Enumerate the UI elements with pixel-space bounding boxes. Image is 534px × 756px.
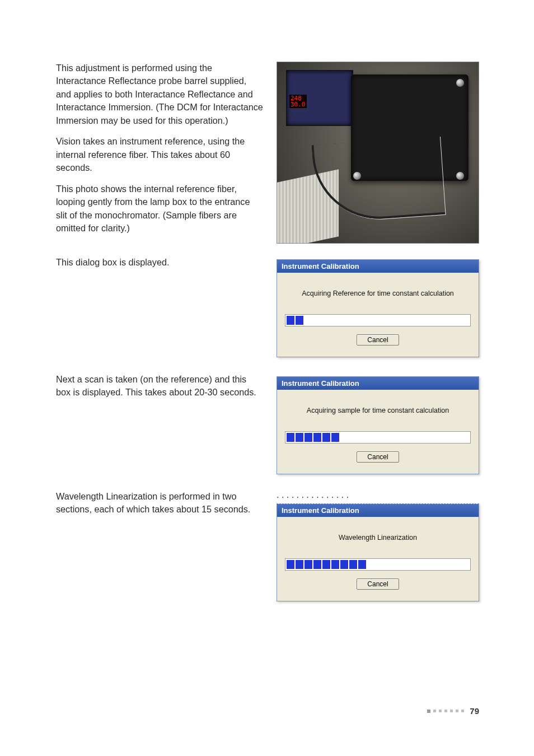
progress-segment (313, 560, 321, 569)
progress-segment (296, 560, 303, 569)
progress-segment (305, 433, 312, 442)
dialog-body: Acquiring sample for time constant calcu… (277, 390, 479, 474)
text-column: Next a scan is taken (on the reference) … (56, 373, 263, 399)
document-page: This adjustment is performed using the I… (0, 0, 534, 756)
row-dialog-1: This dialog box is displayed. Instrument… (56, 256, 479, 357)
text-column: This dialog box is displayed. (56, 256, 263, 269)
dialog-button-row: Cancel (285, 578, 471, 595)
progress-bar (285, 314, 471, 326)
page-footer: 79 (427, 706, 479, 716)
progress-segment (358, 560, 366, 569)
cancel-button[interactable]: Cancel (357, 451, 399, 463)
intro-text-column: This adjustment is performed using the I… (56, 62, 263, 243)
paragraph: Wavelength Linearization is performed in… (56, 490, 263, 516)
dialog-message: Wavelength Linearization (285, 534, 471, 542)
screw-icon (456, 172, 464, 180)
photo-column: 248 30.0 (277, 62, 479, 244)
dialog-column: . . . . . . . . . . . . . . . Instrument… (277, 490, 479, 601)
dialog-button-row: Cancel (285, 451, 471, 468)
progress-segment (296, 433, 303, 442)
progress-segment (313, 433, 321, 442)
instrument-calibration-dialog: Instrument Calibration Acquiring Referen… (277, 259, 479, 357)
progress-segment (322, 433, 330, 442)
instrument-calibration-dialog: Instrument Calibration Acquiring sample … (277, 376, 479, 474)
progress-segment (331, 560, 339, 569)
progress-segment (340, 560, 348, 569)
dialog-button-row: Cancel (285, 334, 471, 351)
led-line: 30.0 (291, 101, 306, 108)
row-dialog-2: Next a scan is taken (on the reference) … (56, 373, 479, 474)
dialog-body: Acquiring Reference for time constant ca… (277, 273, 479, 357)
dialog-message: Acquiring sample for time constant calcu… (285, 407, 471, 414)
paragraph: This dialog box is displayed. (56, 256, 263, 269)
instrument-calibration-dialog: Instrument Calibration Wavelength Linear… (277, 503, 479, 601)
progress-segment (331, 433, 339, 442)
footer-dots-icon (427, 710, 464, 713)
progress-bar (285, 431, 471, 444)
progress-segment (296, 316, 303, 325)
dialog-column: Instrument Calibration Acquiring sample … (277, 373, 479, 474)
dialog-titlebar: Instrument Calibration (277, 504, 479, 517)
dialog-message: Acquiring Reference for time constant ca… (285, 290, 471, 297)
progress-segment (349, 560, 357, 569)
dialog-titlebar: Instrument Calibration (277, 260, 479, 273)
progress-bar (285, 558, 471, 571)
progress-segment (287, 560, 294, 569)
dialog-cutoff-artifact: . . . . . . . . . . . . . . . (277, 490, 479, 500)
paragraph: Next a scan is taken (on the reference) … (56, 373, 263, 399)
progress-segment (287, 433, 294, 442)
text-column: Wavelength Linearization is performed in… (56, 490, 263, 516)
paragraph: This adjustment is performed using the I… (56, 62, 263, 127)
dialog-column: Instrument Calibration Acquiring Referen… (277, 256, 479, 357)
dialog-titlebar: Instrument Calibration (277, 377, 479, 390)
lamp-led-readout: 248 30.0 (289, 95, 307, 108)
row-intro: This adjustment is performed using the I… (56, 62, 479, 244)
progress-segment (322, 560, 330, 569)
progress-segment (287, 316, 294, 325)
dialog-body: Wavelength Linearization Cancel (277, 517, 479, 601)
instrument-photo: 248 30.0 (277, 62, 479, 244)
screw-icon (456, 79, 464, 87)
page-number: 79 (470, 706, 479, 716)
paragraph: This photo shows the internal reference … (56, 183, 263, 235)
cancel-button[interactable]: Cancel (357, 578, 399, 590)
progress-segment (305, 560, 312, 569)
row-dialog-3: Wavelength Linearization is performed in… (56, 490, 479, 601)
cancel-button[interactable]: Cancel (357, 334, 399, 346)
paragraph: Vision takes an instrument reference, us… (56, 135, 263, 174)
